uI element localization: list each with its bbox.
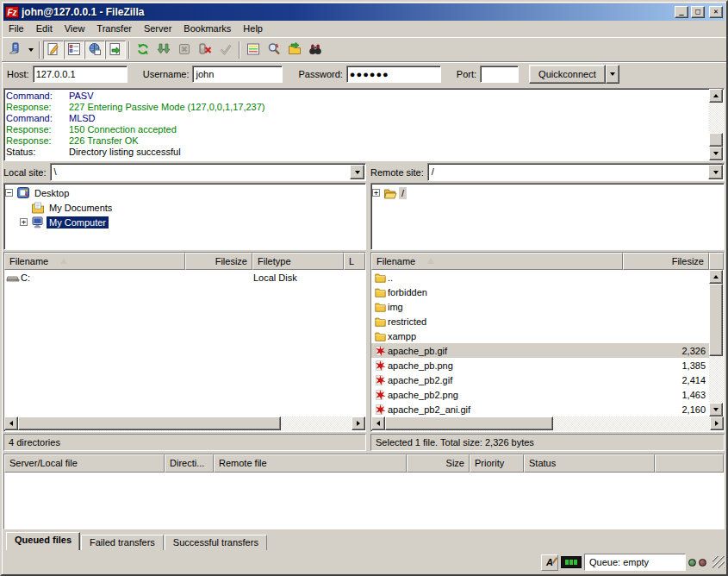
disconnect-button[interactable] xyxy=(195,41,215,59)
reconnect-button[interactable] xyxy=(215,41,236,59)
speedlimit-indicator-icon[interactable] xyxy=(561,556,582,568)
menu-server[interactable]: Server xyxy=(138,22,177,36)
ascii-datatype-icon[interactable]: A xyxy=(541,554,558,571)
scroll-track[interactable] xyxy=(709,284,724,403)
sort-ascending-icon xyxy=(427,258,434,264)
filename-filters-button[interactable] xyxy=(264,41,284,59)
username-input[interactable] xyxy=(192,66,283,83)
scroll-up-button[interactable] xyxy=(709,270,723,284)
remote-site-combobox[interactable]: / xyxy=(427,163,725,181)
directory-comparison-button[interactable] xyxy=(243,41,264,59)
tab-successful-transfers[interactable]: Successful transfers xyxy=(165,535,267,550)
scroll-track[interactable] xyxy=(385,416,710,431)
column-header-filesize[interactable]: Filesize xyxy=(185,253,252,270)
file-search-button[interactable] xyxy=(305,41,326,59)
local-status-text: 4 directories xyxy=(3,434,366,451)
expand-icon[interactable]: + xyxy=(372,189,380,197)
quickconnect-button[interactable]: Quickconnect xyxy=(529,65,606,84)
scroll-up-button[interactable] xyxy=(709,89,723,103)
column-header-size[interactable]: Size xyxy=(407,454,470,473)
column-header-last-modified[interactable]: L xyxy=(344,253,365,270)
scroll-right-button[interactable] xyxy=(352,416,365,430)
site-manager-dropdown[interactable] xyxy=(25,41,36,59)
scroll-left-button[interactable] xyxy=(4,416,18,430)
minimize-button[interactable]: _ xyxy=(675,6,688,18)
expand-icon[interactable]: + xyxy=(20,218,28,226)
host-input[interactable] xyxy=(33,66,128,83)
remote-file-row[interactable]: apache_pb2.gif2,414 xyxy=(371,373,709,387)
menu-help[interactable]: Help xyxy=(237,22,269,36)
menu-bookmarks[interactable]: Bookmarks xyxy=(177,22,237,36)
scroll-right-button[interactable] xyxy=(710,416,724,430)
menu-view[interactable]: View xyxy=(59,22,91,36)
tree-item-desktop[interactable]: − Desktop xyxy=(5,185,364,200)
password-label: Password: xyxy=(298,69,342,79)
process-queue-button[interactable] xyxy=(153,41,174,59)
tree-item-my-computer[interactable]: + My Computer xyxy=(5,215,364,229)
scroll-left-button[interactable] xyxy=(371,416,385,430)
scroll-track[interactable] xyxy=(709,103,724,147)
local-site-row: Local site: \ xyxy=(3,163,366,181)
scroll-down-button[interactable] xyxy=(709,147,723,160)
remote-file-row[interactable]: apache_pb2_ani.gif2,160 xyxy=(371,402,709,416)
port-input[interactable] xyxy=(480,66,519,83)
column-header-filename[interactable]: Filename xyxy=(4,253,185,270)
toggle-queue-button[interactable] xyxy=(105,41,126,59)
remote-file-row[interactable]: xampp xyxy=(371,329,709,343)
tree-item-my-documents[interactable]: My Documents xyxy=(5,200,364,215)
local-site-combobox[interactable]: \ xyxy=(50,163,366,181)
column-header-direction[interactable]: Directi... xyxy=(165,454,214,473)
refresh-button[interactable] xyxy=(133,41,153,59)
toggle-remote-tree-button[interactable] xyxy=(84,41,105,59)
remote-list-body: .. forbidden img restricted xampp apache… xyxy=(371,270,724,416)
quickconnect-dropdown[interactable] xyxy=(606,65,619,84)
toggle-message-log-button[interactable] xyxy=(43,41,64,59)
image-file-icon xyxy=(371,359,387,373)
local-site-dropdown[interactable] xyxy=(350,165,364,179)
column-header-priority[interactable]: Priority xyxy=(470,454,524,473)
site-manager-button[interactable] xyxy=(4,41,25,59)
remote-file-row[interactable]: forbidden xyxy=(371,285,709,299)
column-header-server-local-file[interactable]: Server/Local file xyxy=(4,454,165,473)
tree-item-root[interactable]: + / xyxy=(372,185,723,200)
resize-grip[interactable] xyxy=(712,556,725,568)
column-header-remote-file[interactable]: Remote file xyxy=(214,454,407,473)
remote-file-row-selected[interactable]: apache_pb.gif2,326 xyxy=(371,343,709,358)
remote-site-dropdown[interactable] xyxy=(708,165,723,179)
password-input[interactable] xyxy=(346,66,441,83)
column-header-filesize[interactable]: Filesize xyxy=(623,253,709,270)
close-button[interactable]: ✕ xyxy=(709,6,723,18)
log-scrollbar[interactable] xyxy=(709,89,724,160)
remote-file-row[interactable]: apache_pb2.png1,463 xyxy=(371,387,709,402)
tab-queued-files[interactable]: Queued files xyxy=(6,532,80,550)
scroll-track[interactable] xyxy=(18,416,352,431)
remote-file-row[interactable]: restricted xyxy=(371,314,709,329)
maximize-button[interactable]: □ xyxy=(691,6,705,18)
remote-file-row[interactable]: img xyxy=(371,299,709,314)
column-header-status[interactable]: Status xyxy=(524,454,655,473)
toggle-local-tree-button[interactable] xyxy=(64,41,84,59)
menu-transfer[interactable]: Transfer xyxy=(90,22,138,36)
synchronized-browsing-button[interactable] xyxy=(284,41,305,59)
menu-file[interactable]: File xyxy=(3,22,30,36)
scroll-thumb[interactable] xyxy=(709,133,723,147)
remote-file-row[interactable]: apache_pb.png1,385 xyxy=(371,358,709,373)
scroll-thumb[interactable] xyxy=(18,416,281,430)
menu-edit[interactable]: Edit xyxy=(30,22,59,36)
column-header-filename[interactable]: Filename xyxy=(371,253,623,270)
scroll-down-button[interactable] xyxy=(709,403,723,416)
cancel-button[interactable] xyxy=(174,41,195,59)
remote-hscrollbar[interactable] xyxy=(371,416,724,431)
queue-status-panel: Queue: empty xyxy=(584,554,686,571)
local-file-row[interactable]: C: Local Disk xyxy=(4,270,365,285)
scroll-thumb[interactable] xyxy=(385,416,553,430)
column-header-filetype[interactable]: Filetype xyxy=(252,253,344,270)
scroll-thumb[interactable] xyxy=(709,284,723,356)
tab-failed-transfers[interactable]: Failed transfers xyxy=(81,535,164,550)
queue-body[interactable] xyxy=(4,473,724,529)
collapse-icon[interactable]: − xyxy=(5,189,13,197)
remote-vscrollbar[interactable] xyxy=(709,270,724,416)
remote-file-row[interactable]: .. xyxy=(371,270,709,285)
title-bar[interactable]: Fz john@127.0.0.1 - FileZilla _ □ ✕ xyxy=(3,3,725,21)
local-hscrollbar[interactable] xyxy=(4,416,365,431)
